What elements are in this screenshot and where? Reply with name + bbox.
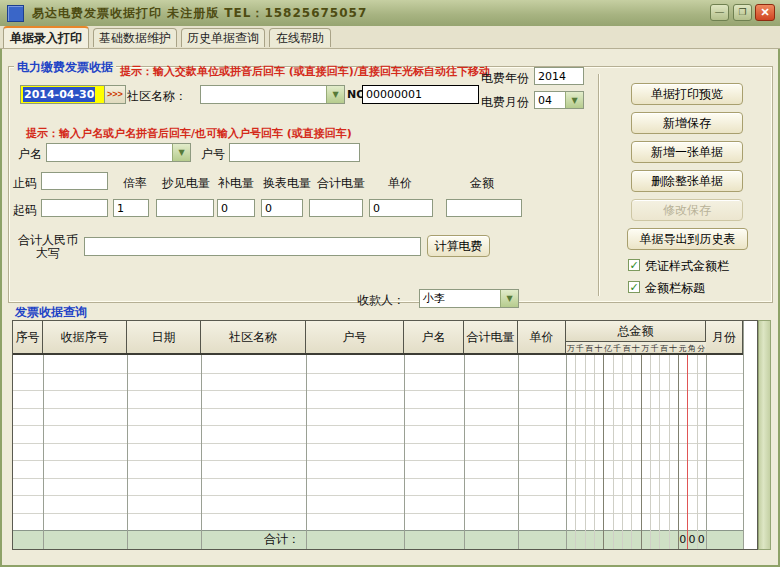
modify-save-button: 修改保存 bbox=[631, 199, 743, 221]
tab-base-data[interactable]: 基础数据维护 bbox=[93, 28, 177, 47]
chevron-down-icon[interactable]: ▼ bbox=[326, 86, 344, 103]
app-icon bbox=[7, 5, 24, 22]
query-section-title: 发票收据查询 bbox=[12, 304, 90, 321]
amount-digit-line bbox=[650, 355, 651, 549]
rmb-words-input[interactable] bbox=[84, 237, 421, 256]
grid-column-line bbox=[518, 355, 519, 549]
grid-column-line bbox=[404, 355, 405, 549]
title-bar: 易达电费发票收据打印 未注册版 TEL：15825675057 — ❐ ✕ bbox=[0, 0, 780, 27]
grid-row-line bbox=[13, 478, 743, 479]
start-reading-input[interactable] bbox=[41, 199, 108, 217]
fee-year-input[interactable] bbox=[534, 67, 584, 85]
supplement-input[interactable] bbox=[217, 199, 255, 217]
chevron-down-icon[interactable]: ▼ bbox=[500, 290, 518, 307]
add-save-button[interactable]: 新增保存 bbox=[631, 112, 743, 134]
column-header-4[interactable]: 社区名称 bbox=[201, 321, 306, 355]
grid-column-line bbox=[566, 355, 567, 549]
unit-price-input[interactable] bbox=[369, 199, 433, 217]
grid-column-line bbox=[743, 321, 744, 549]
chevron-down-icon[interactable]: ▼ bbox=[172, 144, 190, 161]
amount-digit-line bbox=[603, 355, 604, 549]
total-label: 合计： bbox=[201, 530, 300, 549]
amount-digit-line bbox=[669, 355, 670, 549]
multiplier-input[interactable] bbox=[113, 199, 149, 217]
close-button[interactable]: ✕ bbox=[755, 4, 775, 21]
amount-title-checkbox-row[interactable]: ✓ 金额栏标题 bbox=[628, 280, 768, 294]
total-yuan: 0 bbox=[678, 530, 687, 549]
rmb-words-label-line1: 合计人民币 bbox=[18, 233, 78, 247]
tab-history-query[interactable]: 历史单据查询 bbox=[181, 28, 265, 47]
fee-month-combobox[interactable]: 04 ▼ bbox=[534, 91, 584, 109]
grid-column-line bbox=[127, 355, 128, 549]
grid-row-line bbox=[13, 425, 743, 426]
date-input[interactable]: 2014-04-30 >>> bbox=[20, 85, 126, 104]
fee-month-value: 04 bbox=[538, 93, 552, 108]
entry-group-title: 电力缴费发票收据 bbox=[14, 59, 116, 76]
column-header-7[interactable]: 合计电量 bbox=[464, 321, 518, 355]
delete-receipt-button[interactable]: 删除整张单据 bbox=[631, 170, 743, 192]
start-reading-label: 起码 bbox=[13, 202, 37, 219]
column-header-1[interactable]: 序号 bbox=[13, 321, 43, 355]
vertical-scrollbar[interactable] bbox=[758, 320, 771, 550]
total-energy-input[interactable] bbox=[309, 199, 363, 217]
column-header-9[interactable]: 总金额 bbox=[566, 321, 706, 342]
minimize-button[interactable]: — bbox=[710, 4, 729, 21]
amount-digit-line bbox=[622, 355, 623, 549]
meter-change-input[interactable] bbox=[261, 199, 303, 217]
grid-row-line bbox=[13, 443, 743, 444]
voucher-style-checkbox[interactable]: ✓ bbox=[628, 259, 640, 271]
tab-bar: 单据录入打印 基础数据维护 历史单据查询 在线帮助 bbox=[0, 26, 780, 49]
total-energy-label: 合计电量 bbox=[314, 175, 368, 192]
community-label: 社区名称： bbox=[127, 88, 187, 105]
voucher-style-checkbox-row[interactable]: ✓ 凭证样式金额栏 bbox=[628, 258, 768, 272]
community-combobox[interactable]: ▼ bbox=[200, 85, 345, 104]
amount-digit-line bbox=[594, 355, 595, 549]
rmb-words-label-line2: 大写 bbox=[36, 246, 60, 260]
invoice-grid[interactable]: 序号收据序号日期社区名称户号户名合计电量单价总金额月份万千百十亿千百十万千百十元… bbox=[12, 320, 758, 550]
account-name-combobox[interactable]: ▼ bbox=[46, 143, 191, 162]
voucher-style-checkbox-label: 凭证样式金额栏 bbox=[645, 258, 729, 275]
multiplier-label: 倍率 bbox=[112, 175, 158, 192]
grid-row-line bbox=[13, 513, 743, 514]
column-header-5[interactable]: 户号 bbox=[306, 321, 404, 355]
tab-online-help[interactable]: 在线帮助 bbox=[269, 28, 331, 47]
date-more-button[interactable]: >>> bbox=[104, 86, 125, 103]
amount-input[interactable] bbox=[446, 199, 522, 217]
total-row bbox=[13, 530, 743, 549]
grid-column-line bbox=[306, 355, 307, 549]
amount-digit-line bbox=[575, 355, 576, 549]
column-header-2[interactable]: 收据序号 bbox=[43, 321, 127, 355]
grid-column-line bbox=[464, 355, 465, 549]
meter-read-input[interactable] bbox=[156, 199, 214, 217]
unit-price-label: 单价 bbox=[372, 175, 428, 192]
total-fen: 0 bbox=[697, 530, 706, 549]
hint-community-entry: 提示：输入交款单位或拼音后回车 (或直接回车)/直接回车光标自动往下移动 bbox=[120, 64, 490, 79]
export-history-button[interactable]: 单据导出到历史表 bbox=[627, 228, 748, 250]
rmb-words-label: 合计人民币 大写 bbox=[14, 234, 82, 260]
end-reading-input[interactable] bbox=[41, 172, 108, 190]
meter-change-label: 换表电量 bbox=[260, 175, 314, 192]
column-header-8[interactable]: 单价 bbox=[518, 321, 566, 355]
grid-row-line bbox=[13, 460, 743, 461]
fee-year-label: 电费年份 bbox=[481, 70, 529, 87]
calc-fee-button[interactable]: 计算电费 bbox=[427, 235, 490, 257]
column-header-10[interactable]: 月份 bbox=[706, 321, 743, 355]
payee-label: 收款人： bbox=[357, 292, 405, 309]
account-no-input[interactable] bbox=[229, 143, 360, 162]
grid-column-line bbox=[706, 355, 707, 549]
window-title: 易达电费发票收据打印 未注册版 TEL：15825675057 bbox=[32, 0, 367, 26]
chevron-down-icon[interactable]: ▼ bbox=[565, 92, 583, 108]
grid-row-line bbox=[13, 390, 743, 391]
payee-combobox[interactable]: 小李 ▼ bbox=[419, 289, 519, 308]
grid-row-line bbox=[13, 495, 743, 496]
tab-receipt-entry-print[interactable]: 单据录入打印 bbox=[3, 26, 89, 48]
amount-title-checkbox[interactable]: ✓ bbox=[628, 281, 640, 293]
maximize-button[interactable]: ❐ bbox=[733, 4, 752, 21]
column-header-3[interactable]: 日期 bbox=[127, 321, 201, 355]
grid-column-line bbox=[201, 355, 202, 549]
receipt-no-input[interactable] bbox=[362, 85, 479, 104]
fee-month-label: 电费月份 bbox=[481, 94, 529, 111]
column-header-6[interactable]: 户名 bbox=[404, 321, 464, 355]
print-preview-button[interactable]: 单据打印预览 bbox=[631, 83, 743, 105]
new-receipt-button[interactable]: 新增一张单据 bbox=[631, 141, 743, 163]
